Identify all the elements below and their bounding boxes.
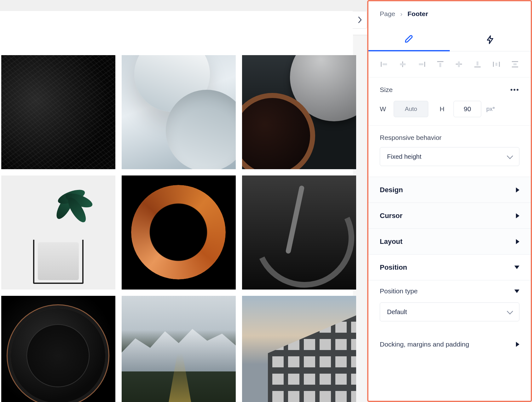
accordion: Design Cursor Layout Position Position t…: [368, 177, 531, 355]
chevron-right-icon: ›: [400, 10, 402, 18]
svg-rect-10: [474, 66, 481, 67]
window-top-strip: [0, 0, 367, 11]
position-type-select[interactable]: Default: [380, 302, 519, 321]
triangle-right-icon: [516, 239, 519, 244]
svg-rect-1: [383, 63, 387, 65]
svg-rect-7: [439, 63, 441, 67]
position-type-value: Default: [387, 308, 407, 316]
svg-rect-3: [400, 63, 406, 65]
responsive-label: Responsive behavior: [380, 134, 519, 141]
svg-rect-4: [424, 62, 425, 67]
panel-tabs: [368, 28, 531, 51]
responsive-section: Responsive behavior Fixed height: [368, 126, 531, 177]
grid-image[interactable]: [242, 296, 356, 402]
accordion-docking[interactable]: Docking, margins and padding: [368, 333, 531, 355]
chevron-down-icon: [507, 308, 513, 314]
tab-design[interactable]: [368, 28, 450, 51]
svg-rect-15: [512, 61, 518, 62]
svg-rect-17: [513, 63, 517, 65]
responsive-value: Fixed height: [387, 153, 421, 160]
triangle-down-icon: [514, 266, 519, 269]
size-title: Size: [380, 86, 393, 94]
alignment-toolbar: [368, 51, 531, 78]
canvas-area: [0, 11, 353, 402]
grid-image[interactable]: [122, 296, 236, 402]
align-top-button[interactable]: [433, 59, 447, 70]
height-input[interactable]: 90: [454, 101, 481, 117]
more-options-icon[interactable]: •••: [510, 86, 519, 94]
svg-rect-9: [458, 61, 460, 67]
panel-collapse-button[interactable]: [353, 11, 367, 29]
svg-rect-11: [477, 61, 478, 66]
position-body: Position type Default: [368, 280, 531, 333]
position-type-label: Position type: [380, 287, 418, 295]
triangle-right-icon: [516, 187, 519, 192]
grid-image[interactable]: [1, 55, 115, 169]
svg-rect-14: [495, 63, 497, 66]
accordion-layout[interactable]: Layout: [368, 229, 531, 255]
width-input[interactable]: Auto: [394, 101, 428, 117]
breadcrumb-current: Footer: [408, 10, 428, 18]
accordion-label: Design: [380, 186, 403, 194]
brush-icon: [404, 34, 414, 45]
responsive-select[interactable]: Fixed height: [380, 147, 519, 166]
accordion-label: Layout: [380, 238, 402, 246]
svg-rect-6: [437, 61, 443, 62]
accordion-cursor[interactable]: Cursor: [368, 203, 531, 229]
size-section: Size ••• W Auto H 90 px*: [368, 78, 531, 125]
accordion-label: Cursor: [380, 212, 402, 220]
position-type-row[interactable]: Position type: [380, 287, 519, 295]
tab-interactions[interactable]: [450, 28, 531, 51]
align-center-h-button[interactable]: [396, 59, 410, 70]
accordion-design[interactable]: Design: [368, 177, 531, 203]
triangle-right-icon: [516, 213, 519, 218]
width-value: Auto: [405, 106, 417, 112]
triangle-down-icon: [514, 290, 519, 293]
svg-rect-13: [499, 62, 500, 67]
image-grid: [0, 55, 356, 402]
svg-rect-12: [493, 62, 494, 67]
align-right-button[interactable]: [415, 59, 429, 70]
accordion-position[interactable]: Position: [368, 255, 531, 280]
chevron-right-icon: [358, 16, 362, 23]
svg-rect-16: [512, 66, 518, 67]
align-bottom-button[interactable]: [471, 59, 484, 70]
breadcrumb: Page › Footer: [368, 1, 531, 28]
docking-label: Docking, margins and padding: [380, 341, 469, 348]
height-label: H: [440, 105, 449, 113]
width-label: W: [380, 105, 389, 113]
grid-image[interactable]: [1, 296, 115, 402]
lightning-icon: [485, 34, 495, 45]
distribute-v-button[interactable]: [508, 59, 522, 70]
grid-image[interactable]: [1, 175, 115, 290]
inspector-panel: Page › Footer: [367, 0, 532, 402]
chevron-down-icon: [507, 153, 513, 159]
height-value: 90: [464, 105, 471, 113]
accordion-label: Position: [380, 263, 407, 272]
height-unit[interactable]: px*: [486, 106, 495, 112]
breadcrumb-root[interactable]: Page: [380, 10, 395, 18]
grid-image[interactable]: [242, 55, 356, 169]
grid-image[interactable]: [122, 175, 236, 290]
grid-image[interactable]: [242, 175, 356, 290]
distribute-h-button[interactable]: [489, 59, 503, 70]
grid-image[interactable]: [122, 55, 236, 169]
align-left-button[interactable]: [377, 59, 391, 70]
svg-rect-0: [381, 62, 382, 67]
svg-rect-5: [419, 63, 423, 65]
triangle-right-icon: [516, 342, 519, 347]
align-center-v-button[interactable]: [452, 59, 466, 70]
